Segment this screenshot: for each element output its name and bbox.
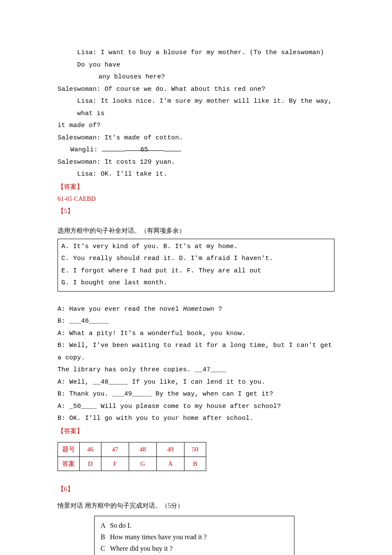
dialog-line-wangli: Wangli: 65 bbox=[58, 144, 334, 156]
answer-label-5: 【答案】 bbox=[58, 425, 334, 437]
section-5-tag: 【5】 bbox=[58, 205, 334, 217]
options-box-6: ASo do I. BHow many times have you read … bbox=[94, 516, 294, 555]
option-line-3: E. I forgot where I had put it. F. They … bbox=[61, 265, 331, 278]
dialog-line-lisa-2b: it made of? bbox=[58, 120, 334, 132]
answer-49: A bbox=[157, 457, 184, 471]
table-row-header: 题号 46 47 48 49 50 bbox=[58, 442, 206, 457]
dialog5-a1-pre: A: Have you ever read the novel bbox=[58, 306, 183, 313]
header-47: 47 bbox=[101, 442, 129, 457]
dialog-line-saleswoman-3: Saleswoman: It costs 120 yuan. bbox=[58, 156, 334, 169]
opt-a-label: A bbox=[101, 520, 110, 531]
page: Lisa: I want to buy a blouse for my moth… bbox=[0, 0, 392, 555]
row-answer-label: 答案 bbox=[58, 457, 80, 471]
option-line-4: G. I bought one last month. bbox=[61, 277, 331, 289]
dialog5-a1-post: ? bbox=[214, 306, 222, 313]
wangli-label: Wangli: bbox=[70, 146, 102, 153]
section-5-instruction: 选用方框中的句子补全对话。（有两项多余） bbox=[58, 225, 334, 237]
dialog5-b4: B: OK. I'll go with you to your home aft… bbox=[58, 413, 334, 425]
option-line-1: A. It's very kind of you. B. It's at my … bbox=[61, 241, 331, 253]
answer-table-5: 题号 46 47 48 49 50 答案 D F G A B bbox=[58, 442, 206, 471]
option-line-2: C. You really should read it. D. I'm afr… bbox=[61, 253, 331, 265]
options-box-5: A. It's very kind of you. B. It's at my … bbox=[58, 239, 334, 292]
section-6-instruction: 情景对话 用方框中的句子完成对话。（5分） bbox=[58, 500, 334, 512]
dialog5-a4: A: _50____ Will you please come to my ho… bbox=[58, 401, 334, 413]
option-c: CWhere did you buy it ? bbox=[101, 543, 288, 554]
section-6-tag: 【6】 bbox=[58, 483, 334, 495]
dialog5-a1: A: Have you ever read the novel Hometown… bbox=[58, 304, 334, 316]
dialog-line-saleswoman-2: Saleswoman: It's made of cotton. bbox=[58, 132, 334, 145]
dialog-line-lisa-2a: Lisa: It looks nice. I'm sure my mother … bbox=[58, 95, 334, 120]
opt-c-text: Where did you buy it ? bbox=[110, 545, 173, 552]
answer-label-4: 【答案】 bbox=[58, 181, 334, 193]
dialog5-b2b: The library has only three copies. __47_… bbox=[58, 364, 334, 376]
dialog5-b2a: B: Well, I've been waiting to read it fo… bbox=[58, 340, 334, 364]
dialog-line-lisa-1a: Lisa: I want to buy a blouse for my moth… bbox=[58, 47, 334, 71]
dialog5-b3: B: Thank you. ___49_____ By the way, whe… bbox=[58, 388, 334, 401]
blank-left bbox=[102, 145, 125, 151]
dialog-line-lisa-3: Lisa: OK. I'll take it. bbox=[58, 168, 334, 181]
table-row-answers: 答案 D F G A B bbox=[58, 457, 206, 471]
answer-text-4: 61-65 CAEBD bbox=[58, 193, 334, 205]
opt-b-text: How many times have you read it ? bbox=[110, 533, 207, 541]
opt-a-text: So do I. bbox=[110, 522, 131, 529]
blank-right bbox=[164, 145, 181, 151]
answer-47: F bbox=[101, 457, 129, 471]
title-hometown: Hometown bbox=[183, 306, 214, 313]
header-46: 46 bbox=[80, 442, 101, 457]
dialog5-a3: A: Well, __48_____ If you like, I can le… bbox=[58, 376, 334, 389]
option-a: ASo do I. bbox=[101, 520, 288, 531]
dialog5-b1: B: ___46_____ bbox=[58, 315, 334, 328]
dialog-line-saleswoman-1: Saleswoman: Of course we do. What about … bbox=[58, 84, 334, 96]
answer-48: G bbox=[129, 457, 157, 471]
opt-b-label: B bbox=[101, 531, 110, 543]
header-50: 50 bbox=[184, 442, 206, 457]
answer-50: B bbox=[184, 457, 206, 471]
dialog-line-lisa-1b: any blouses here? bbox=[58, 71, 334, 84]
opt-c-label: C bbox=[101, 543, 110, 554]
answer-46: D bbox=[80, 457, 101, 471]
header-49: 49 bbox=[157, 442, 184, 457]
blank-65[interactable]: 65 bbox=[125, 144, 164, 151]
option-b: BHow many times have you read it ? bbox=[101, 531, 288, 543]
header-48: 48 bbox=[129, 442, 157, 457]
dialog5-a2: A: What a pity! It's a wonderful book, y… bbox=[58, 328, 334, 340]
header-qnum: 题号 bbox=[58, 442, 80, 457]
